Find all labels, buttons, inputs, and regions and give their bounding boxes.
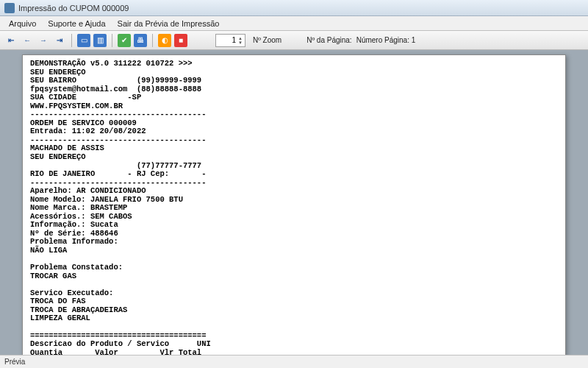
separator xyxy=(152,34,153,47)
settings-button[interactable]: ◐ xyxy=(158,34,171,47)
menu-suporte[interactable]: Suporte e Ajuda xyxy=(42,18,111,29)
page-label-prefix: Nº da Página: xyxy=(306,36,351,44)
zoom-spinner[interactable]: ▲▼ xyxy=(238,36,243,45)
next-page-button[interactable]: → xyxy=(37,34,50,47)
print-button[interactable]: 🖶 xyxy=(134,34,147,47)
zoom-input[interactable] xyxy=(218,36,236,44)
last-page-button[interactable]: ⇥ xyxy=(53,34,66,47)
first-page-button[interactable]: ⇤ xyxy=(4,34,18,47)
menu-arquivo[interactable]: Arquivo xyxy=(3,18,42,29)
zoom-stepper[interactable]: ▲▼ xyxy=(215,34,245,47)
toolbar: ⇤ ← → ⇥ ▭ ▥ ✔ 🖶 ◐ ■ ▲▼ Nº Zoom Nº da Pág… xyxy=(0,31,588,50)
separator xyxy=(71,34,72,47)
multi-page-button[interactable]: ▥ xyxy=(93,34,107,47)
titlebar: Impressão do CUPOM 000009 xyxy=(0,0,588,16)
app-icon xyxy=(4,3,15,13)
close-button[interactable]: ■ xyxy=(174,34,187,47)
zoom-label: Nº Zoom xyxy=(253,36,282,44)
page-view-button[interactable]: ▭ xyxy=(77,34,90,47)
window-title: Impressão do CUPOM 000009 xyxy=(18,4,129,13)
preview-area[interactable]: DEMONSTRAÇÃO v5.0 311222 010722 >>> SEU … xyxy=(0,50,588,355)
receipt-page: DEMONSTRAÇÃO v5.0 311222 010722 >>> SEU … xyxy=(22,54,566,355)
menu-sair[interactable]: Sair da Prévia de Impressão xyxy=(112,18,226,29)
save-button[interactable]: ✔ xyxy=(118,34,131,47)
status-text: Prévia xyxy=(4,358,25,366)
page-label-value: Número Página: 1 xyxy=(356,36,416,44)
prev-page-button[interactable]: ← xyxy=(21,34,34,47)
separator xyxy=(112,34,112,47)
statusbar: Prévia xyxy=(0,355,588,368)
menubar: Arquivo Suporte e Ajuda Sair da Prévia d… xyxy=(0,16,588,31)
